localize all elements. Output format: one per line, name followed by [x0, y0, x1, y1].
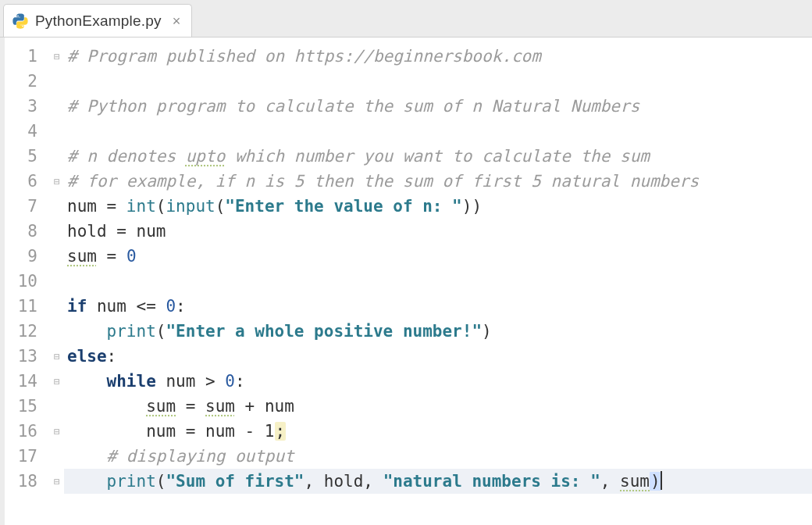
fold-handle-icon[interactable]: ⊟: [54, 352, 60, 362]
comment-text: # Program published on https://beginners…: [67, 47, 541, 66]
weak-warning: sum: [67, 247, 97, 266]
line-number: 4: [5, 119, 48, 144]
fold-handle-icon[interactable]: ⊟: [54, 52, 60, 62]
tab-strip: PythonExample.py ×: [0, 0, 812, 38]
code-line[interactable]: print("Enter a whole positive number!"): [64, 319, 812, 344]
code-area[interactable]: # Program published on https://beginners…: [64, 38, 812, 525]
line-number: 2: [5, 69, 48, 94]
code-line[interactable]: # Program published on https://beginners…: [64, 44, 812, 69]
line-number: 13: [5, 344, 48, 369]
code-line[interactable]: sum = sum + num: [64, 394, 812, 419]
line-number: 8: [5, 219, 48, 244]
code-line[interactable]: num = num - 1;: [64, 419, 812, 444]
line-number: 14: [5, 369, 48, 394]
line-number: 10: [5, 269, 48, 294]
code-line[interactable]: # for example, if n is 5 then the sum of…: [64, 169, 812, 194]
line-number: 1: [5, 44, 48, 69]
left-margin: [0, 38, 5, 525]
code-line[interactable]: [64, 69, 812, 94]
comment-text: # for example, if n is 5 then the sum of…: [67, 172, 699, 191]
comment-text: # displaying output: [107, 447, 294, 466]
fold-handle-icon[interactable]: ⊟: [54, 377, 60, 387]
comment-text: # n denotes upto which number you want t…: [67, 147, 650, 166]
line-number: 6: [5, 169, 48, 194]
warning-highlight: ;: [275, 422, 287, 441]
comment-text: # Python program to calculate the sum of…: [67, 97, 639, 116]
code-line[interactable]: num = int(input("Enter the value of n: "…: [64, 194, 812, 219]
code-line[interactable]: [64, 119, 812, 144]
line-number: 11: [5, 294, 48, 319]
line-number: 7: [5, 194, 48, 219]
python-file-icon: [12, 12, 29, 30]
code-line[interactable]: hold = num: [64, 219, 812, 244]
code-line-active[interactable]: print("Sum of first", hold, "natural num…: [64, 469, 812, 494]
fold-handle-icon[interactable]: ⊟: [54, 177, 60, 187]
code-line[interactable]: sum = 0: [64, 244, 812, 269]
code-line[interactable]: while num > 0:: [64, 369, 812, 394]
text-cursor: [661, 471, 662, 490]
code-line[interactable]: [64, 269, 812, 294]
typo-underline: upto: [186, 147, 226, 166]
close-icon[interactable]: ×: [173, 14, 181, 28]
line-number: 3: [5, 94, 48, 119]
selection: ): [650, 472, 661, 491]
weak-warning: sum: [146, 397, 176, 416]
line-number: 15: [5, 394, 48, 419]
line-number: 9: [5, 244, 48, 269]
tab-filename: PythonExample.py: [35, 12, 162, 30]
file-tab[interactable]: PythonExample.py ×: [3, 4, 192, 37]
fold-end-icon[interactable]: ⊟: [54, 427, 60, 437]
code-line[interactable]: if num <= 0:: [64, 294, 812, 319]
code-line[interactable]: # n denotes upto which number you want t…: [64, 144, 812, 169]
line-number: 5: [5, 144, 48, 169]
code-line[interactable]: else:: [64, 344, 812, 369]
code-line[interactable]: # Python program to calculate the sum of…: [64, 94, 812, 119]
line-number: 16: [5, 419, 48, 444]
code-editor[interactable]: 1 2 3 4 5 6 7 8 9 10 11 12 13 14 15 16 1…: [0, 38, 812, 525]
code-line[interactable]: # displaying output: [64, 444, 812, 469]
line-number: 12: [5, 319, 48, 344]
